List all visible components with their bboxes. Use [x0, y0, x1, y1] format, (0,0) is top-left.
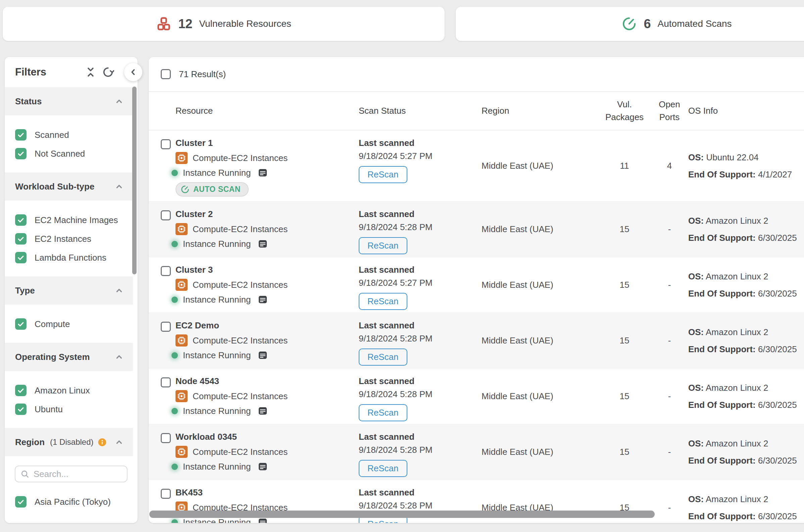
filter-item-label: Ubuntu	[35, 404, 63, 415]
os-value: Ubuntu 22.04	[706, 152, 759, 163]
table-row[interactable]: Cluster 1 Compute-EC2 Instances Instance…	[149, 131, 804, 201]
table-row[interactable]: Node 4543 Compute-EC2 Instances Instance…	[149, 368, 804, 424]
table-row[interactable]: Workload 0345 Compute-EC2 Instances Inst…	[149, 424, 804, 480]
rescan-button[interactable]: ReScan	[359, 348, 407, 366]
checkbox-checked[interactable]	[15, 403, 26, 415]
column-header-scan-status: Scan Status	[359, 92, 482, 130]
row-checkbox[interactable]	[161, 210, 171, 221]
resource-name: Cluster 3	[175, 265, 359, 275]
os-info-cell: OS: Ubuntu 22.04 End Of Support: 4/1/202…	[688, 131, 804, 201]
filter-section-header[interactable]: Type	[5, 277, 133, 305]
instance-details-icon[interactable]	[257, 167, 268, 178]
automated-scans-card: 6 Automated Scans	[456, 7, 804, 41]
collapse-panel-button[interactable]	[124, 63, 142, 81]
open-ports-cell: -	[651, 424, 688, 480]
checkbox-checked[interactable]	[15, 318, 26, 330]
checkbox-checked[interactable]	[15, 496, 26, 508]
filter-section: Region (1 Disabled) Asia Pacific (Tokyo)	[5, 428, 137, 520]
filter-checkbox-item[interactable]: Lambda Functions	[5, 248, 137, 267]
filter-checkbox-item[interactable]: Ubuntu	[5, 400, 137, 419]
filter-section-title: Operating System	[15, 352, 90, 362]
os-value: Amazon Linux 2	[706, 383, 768, 393]
instance-state: Instance Running	[183, 294, 251, 305]
collapse-vertical-icon	[85, 66, 97, 78]
checkbox-checked[interactable]	[15, 214, 26, 226]
rescan-button[interactable]: ReScan	[359, 460, 407, 477]
instance-details-icon[interactable]	[257, 294, 268, 305]
instance-details-icon[interactable]	[257, 238, 268, 250]
last-scanned-date: 9/18/2024 5:28 PM	[359, 500, 482, 511]
vul-packages-cell: 15	[598, 202, 651, 257]
checkbox-checked[interactable]	[15, 148, 26, 159]
row-checkbox[interactable]	[161, 322, 171, 332]
filter-checkbox-item[interactable]: Compute	[5, 315, 137, 334]
filters-header: Filters	[5, 57, 137, 87]
rescan-button[interactable]: ReScan	[359, 166, 407, 183]
filter-section-title: Region	[15, 437, 45, 448]
os-value: Amazon Linux 2	[706, 494, 768, 504]
collapse-all-button[interactable]	[85, 66, 97, 78]
instance-state: Instance Running	[183, 168, 251, 178]
rescan-button[interactable]: ReScan	[359, 293, 407, 310]
eos-label: End Of Support:	[688, 456, 756, 466]
status-dot	[171, 408, 178, 414]
os-info-cell: OS: Amazon Linux 2 End Of Support: 6/30/…	[688, 202, 804, 257]
filter-item-label: Scanned	[35, 130, 69, 140]
checkbox-checked[interactable]	[15, 385, 26, 396]
filter-checkbox-item[interactable]: EC2 Instances	[5, 229, 137, 248]
row-checkbox[interactable]	[161, 433, 171, 443]
filter-checkbox-item[interactable]: Not Scanned	[5, 144, 137, 163]
auto-scan-badge: AUTO SCAN	[175, 182, 249, 196]
table-row[interactable]: Cluster 2 Compute-EC2 Instances Instance…	[149, 201, 804, 257]
filter-section-header[interactable]: Workload Sub-type	[5, 172, 133, 201]
open-ports-cell: 4	[651, 131, 688, 201]
row-checkbox[interactable]	[161, 266, 171, 276]
checkbox-checked[interactable]	[15, 233, 26, 245]
filter-section-header[interactable]: Operating System	[5, 343, 133, 371]
filter-checkbox-item[interactable]: Asia Pacific (Tokyo)	[5, 492, 137, 511]
checkbox-checked[interactable]	[15, 129, 26, 140]
rescan-button[interactable]: ReScan	[359, 404, 407, 421]
search-icon	[20, 469, 30, 479]
instance-details-icon[interactable]	[257, 461, 268, 472]
results-bar: 71 Result(s)	[149, 57, 804, 92]
filter-checkbox-item[interactable]: EC2 Machine Images	[5, 211, 137, 229]
filter-section-header[interactable]: Region (1 Disabled)	[5, 428, 133, 456]
table-horizontal-scrollbar[interactable]	[149, 511, 655, 518]
resource-type: Compute-EC2 Instances	[193, 391, 287, 401]
reset-filters-button[interactable]	[102, 66, 114, 78]
instance-state: Instance Running	[183, 350, 251, 361]
check-icon	[16, 386, 25, 395]
check-icon	[16, 405, 25, 414]
status-dot	[171, 170, 178, 176]
instance-details-icon[interactable]	[257, 349, 268, 361]
filter-items: EC2 Machine Images EC2 Instances Lambda …	[5, 201, 137, 277]
region-cell: Middle East (UAE)	[482, 131, 598, 201]
auto-scan-label: AUTO SCAN	[193, 185, 241, 194]
table-row[interactable]: EC2 Demo Compute-EC2 Instances Instance …	[149, 312, 804, 368]
filter-checkbox-item[interactable]: Scanned	[5, 126, 137, 144]
table-row[interactable]: Cluster 3 Compute-EC2 Instances Instance…	[149, 257, 804, 312]
vul-packages-cell: 11	[598, 131, 651, 201]
rescan-button[interactable]: ReScan	[359, 237, 407, 254]
timer-icon	[181, 185, 190, 194]
automated-scans-label: Automated Scans	[658, 18, 732, 29]
region-search-input[interactable]	[33, 469, 122, 480]
vul-packages-cell: 15	[598, 313, 651, 368]
filters-vertical-scrollbar[interactable]	[132, 87, 136, 274]
filter-section-title: Status	[15, 96, 42, 107]
instance-details-icon[interactable]	[257, 405, 268, 417]
row-checkbox[interactable]	[161, 377, 171, 387]
last-scanned-label: Last scanned	[359, 265, 482, 275]
status-dot	[171, 463, 178, 470]
region-cell: Middle East (UAE)	[482, 424, 598, 480]
row-checkbox[interactable]	[161, 139, 171, 149]
checkbox-checked[interactable]	[15, 252, 26, 263]
filter-section-header[interactable]: Status	[5, 87, 133, 115]
ec2-compute-icon	[175, 223, 188, 235]
select-all-checkbox[interactable]	[161, 69, 171, 79]
os-label: OS:	[688, 327, 704, 337]
filter-checkbox-item[interactable]: Amazon Linux	[5, 381, 137, 400]
os-info-cell: OS: Amazon Linux 2 End Of Support: 6/30/…	[688, 257, 804, 312]
row-checkbox[interactable]	[161, 489, 171, 499]
